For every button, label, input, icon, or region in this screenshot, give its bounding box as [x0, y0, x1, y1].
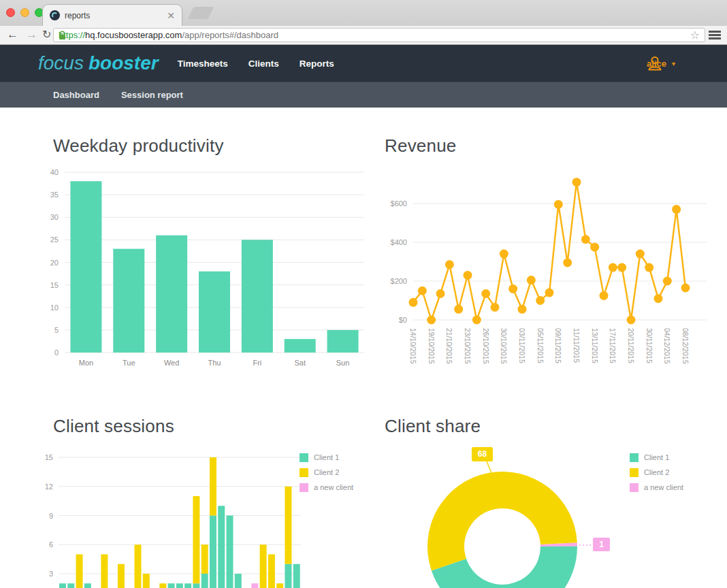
svg-text:0: 0 — [54, 348, 59, 357]
legend-label: Client 1 — [314, 453, 339, 461]
svg-text:10: 10 — [50, 304, 59, 312]
nav-item-reports[interactable]: Reports — [300, 59, 334, 69]
svg-text:6: 6 — [49, 540, 53, 549]
revenue-chart: $0$200$400$60014/10/201519/10/201521/10/… — [381, 162, 727, 397]
svg-text:20/11/2015: 20/11/2015 — [627, 328, 635, 363]
svg-text:17/11/2015: 17/11/2015 — [609, 328, 617, 363]
window-controls — [6, 8, 44, 17]
sub-nav: Dashboard Session report — [0, 82, 727, 108]
new-tab-button[interactable] — [188, 7, 214, 19]
legend-swatch-icon — [300, 453, 308, 462]
nav-item-clients[interactable]: Clients — [248, 59, 279, 69]
window-close-button[interactable] — [6, 8, 15, 17]
legend-swatch-icon — [300, 468, 308, 477]
client-share-title: Client share — [385, 416, 481, 437]
tab-title: reports — [65, 11, 90, 20]
svg-text:08/12/2015: 08/12/2015 — [681, 328, 690, 364]
svg-text:23/10/2015: 23/10/2015 — [464, 328, 472, 364]
logo-focus: focus — [38, 52, 84, 74]
tab-close-icon[interactable]: ✕ — [167, 11, 175, 20]
client-sessions-chart: 03691215 — [37, 444, 304, 588]
svg-text:15: 15 — [45, 453, 53, 461]
svg-text:19/10/2015: 19/10/2015 — [427, 328, 436, 364]
nav-item-timesheets[interactable]: Timesheets — [178, 59, 228, 69]
legend-item: Client 2 — [630, 465, 683, 480]
svg-text:09/11/2015: 09/11/2015 — [554, 328, 562, 363]
address-bar[interactable]: https://hq.focusboosterapp.com/app/repor… — [53, 28, 705, 42]
svg-text:13/11/2015: 13/11/2015 — [591, 328, 599, 363]
svg-text:21/10/2015: 21/10/2015 — [445, 328, 453, 364]
svg-text:14/10/2015: 14/10/2015 — [409, 328, 417, 364]
subnav-item-session-report[interactable]: Session report — [121, 90, 183, 100]
subnav-item-dashboard[interactable]: Dashboard — [53, 90, 99, 100]
svg-text:Wed: Wed — [164, 359, 179, 367]
svg-text:$0: $0 — [399, 316, 407, 324]
bookmark-star-icon[interactable]: ☆ — [690, 30, 700, 41]
legend-swatch-icon — [630, 453, 639, 462]
client-share-chart — [419, 436, 623, 588]
focus-booster-logo[interactable]: focusbooster — [38, 52, 159, 74]
svg-text:30: 30 — [50, 213, 59, 221]
browser-tab-strip: reports ✕ — [0, 0, 727, 26]
reload-icon[interactable]: ↻ — [42, 27, 51, 42]
legend-label: Client 2 — [644, 468, 669, 476]
user-icon — [647, 55, 663, 71]
legend-swatch-icon — [630, 483, 639, 492]
revenue-title: Revenue — [385, 135, 456, 157]
svg-text:Thu: Thu — [208, 359, 221, 367]
svg-text:04/12/2015: 04/12/2015 — [663, 328, 671, 364]
svg-text:35: 35 — [50, 191, 59, 199]
svg-text:03/11/2015: 03/11/2015 — [518, 328, 526, 363]
url-path: /app/reports#/dashboard — [182, 30, 278, 40]
logo-booster: booster — [88, 52, 159, 74]
browser-menu-icon[interactable] — [709, 31, 721, 33]
legend-swatch-icon — [630, 468, 639, 477]
svg-text:26/10/2015: 26/10/2015 — [482, 328, 490, 364]
back-icon[interactable]: ← — [7, 27, 18, 42]
svg-text:Fri: Fri — [253, 359, 261, 367]
donut-tooltip-1: 1 — [593, 538, 610, 551]
svg-text:40: 40 — [50, 168, 59, 176]
svg-text:9: 9 — [49, 512, 53, 520]
donut-tooltip-68: 68 — [472, 447, 493, 461]
svg-text:Sat: Sat — [294, 359, 306, 367]
tab-favicon-icon — [50, 10, 60, 20]
url-text: https://hq.focusboosterapp.com/app/repor… — [59, 30, 278, 40]
url-separator: :// — [78, 30, 85, 40]
legend-label: Client 1 — [644, 453, 669, 461]
nav-items: Timesheets Clients Reports — [178, 59, 334, 69]
legend-label: a new client — [314, 483, 353, 491]
legend-label: Client 2 — [314, 468, 339, 476]
main-nav: focusbooster Timesheets Clients Reports … — [0, 45, 727, 82]
svg-text:5: 5 — [54, 326, 59, 334]
client-sessions-legend: Client 1Client 2a new client — [300, 450, 353, 495]
secure-lock-icon — [59, 31, 66, 40]
svg-text:11/11/2015: 11/11/2015 — [572, 328, 581, 363]
svg-text:$400: $400 — [391, 238, 407, 246]
browser-toolbar: ← → ↻ https://hq.focusboosterapp.com/app… — [0, 26, 727, 45]
svg-text:3: 3 — [49, 570, 53, 578]
forward-icon[interactable]: → — [26, 27, 37, 42]
legend-swatch-icon — [300, 483, 308, 492]
legend-item: a new client — [300, 480, 353, 495]
svg-text:20: 20 — [50, 259, 59, 267]
user-menu[interactable]: alice ▾ — [647, 59, 675, 69]
weekday-productivity-chart: 0510152025303540MonTueWedThuFriSatSun — [41, 165, 368, 373]
url-host: hq.focusboosterapp.com — [85, 30, 182, 40]
svg-text:$600: $600 — [391, 199, 407, 208]
chevron-down-icon: ▾ — [672, 60, 675, 67]
legend-label: a new client — [644, 483, 683, 491]
svg-text:Sun: Sun — [336, 359, 350, 367]
svg-text:Mon: Mon — [79, 359, 93, 367]
browser-tab[interactable]: reports ✕ — [42, 4, 182, 26]
weekday-productivity-title: Weekday productivity — [53, 135, 224, 157]
svg-text:15: 15 — [50, 281, 59, 289]
window-minimize-button[interactable] — [20, 8, 29, 17]
svg-text:25: 25 — [50, 235, 59, 244]
legend-item: a new client — [630, 480, 683, 495]
client-share-legend: Client 1Client 2a new client — [630, 450, 683, 495]
svg-text:30/11/2015: 30/11/2015 — [645, 328, 653, 363]
legend-item: Client 1 — [300, 450, 353, 465]
svg-text:30/10/2015: 30/10/2015 — [500, 328, 508, 364]
legend-item: Client 2 — [300, 465, 353, 480]
